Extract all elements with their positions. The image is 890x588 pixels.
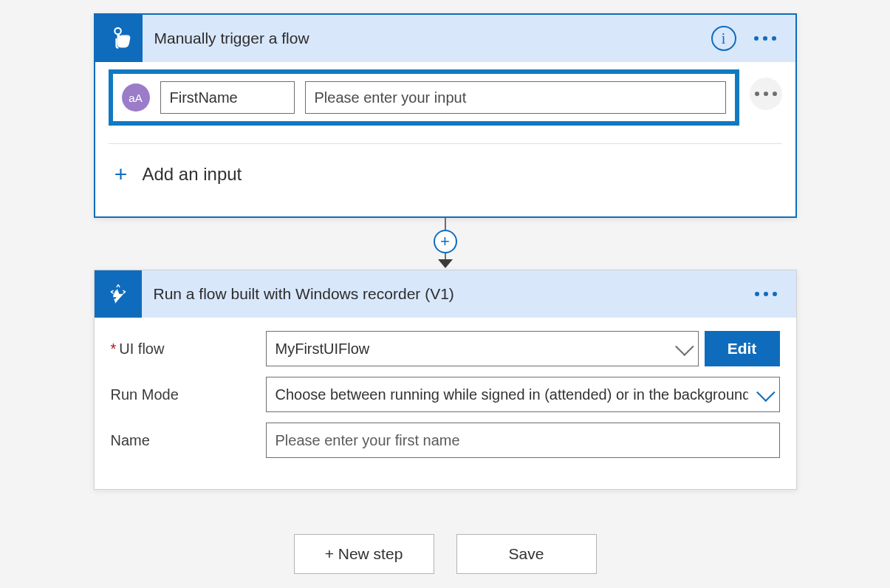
uiflow-label: *UI flow (111, 341, 266, 358)
chevron-down-icon (675, 337, 694, 355)
trigger-title: Manually trigger a flow (154, 30, 699, 47)
action-card: Run a flow built with Windows recorder (… (94, 270, 797, 490)
input-parameter-row: aA FirstName Please enter your input (109, 69, 739, 126)
trigger-card: Manually trigger a flow i aA FirstName P… (94, 13, 797, 218)
required-mark: * (111, 341, 117, 357)
name-label: Name (111, 432, 266, 449)
text-type-icon: aA (122, 83, 150, 112)
trigger-body: aA FirstName Please enter your input + A… (95, 62, 795, 216)
action-title: Run a flow built with Windows recorder (… (154, 285, 737, 303)
add-input-button[interactable]: + Add an input (109, 144, 782, 209)
footer-actions: + New step Save (0, 534, 890, 574)
info-icon[interactable]: i (711, 26, 736, 51)
action-header[interactable]: Run a flow built with Windows recorder (… (95, 270, 796, 318)
chevron-down-icon (756, 383, 775, 401)
ui-flow-action-icon (95, 270, 142, 318)
runmode-row: Run Mode Choose between running while si… (111, 377, 780, 412)
action-more-menu[interactable] (749, 286, 783, 302)
input-row-more-menu[interactable] (750, 78, 782, 110)
flow-designer-canvas: Manually trigger a flow i aA FirstName P… (0, 0, 890, 574)
svg-point-0 (114, 28, 121, 35)
name-input[interactable]: Please enter your first name (266, 423, 780, 458)
save-button[interactable]: Save (456, 534, 597, 574)
plus-icon: + (112, 163, 131, 185)
new-step-button[interactable]: + New step (294, 534, 434, 574)
action-body: *UI flow MyFirstUIFlow Edit Run Mode Cho… (95, 318, 796, 489)
connector: + (94, 218, 797, 270)
runmode-select[interactable]: Choose between running while signed in (… (266, 377, 780, 412)
uiflow-select[interactable]: MyFirstUIFlow (266, 331, 699, 366)
trigger-header[interactable]: Manually trigger a flow i (95, 15, 795, 62)
trigger-more-menu[interactable] (748, 30, 782, 47)
input-description-field[interactable]: Please enter your input (305, 81, 726, 114)
runmode-label: Run Mode (111, 386, 266, 403)
insert-step-button[interactable]: + (434, 230, 457, 253)
arrow-down-icon (438, 259, 453, 268)
name-row: Name Please enter your first name (111, 423, 780, 458)
input-name-field[interactable]: FirstName (160, 81, 295, 114)
manual-trigger-icon (95, 15, 143, 62)
uiflow-row: *UI flow MyFirstUIFlow Edit (111, 331, 780, 366)
edit-uiflow-button[interactable]: Edit (705, 331, 780, 366)
